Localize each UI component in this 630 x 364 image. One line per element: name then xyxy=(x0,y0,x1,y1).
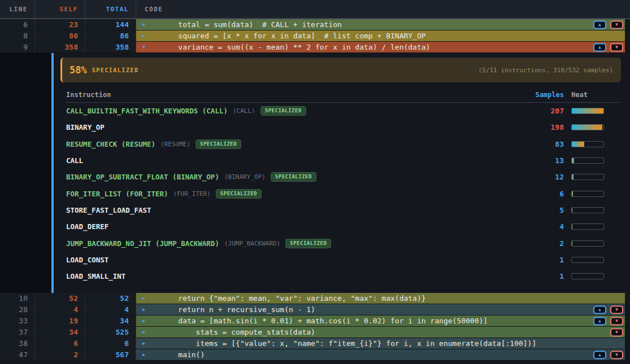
line-number: 10 xyxy=(0,293,35,304)
samples-value: 6 xyxy=(524,190,564,198)
instruction-row: RESUME_CHECK (RESUME) (RESUME) SPECIALIZ… xyxy=(66,136,621,152)
instruction-name: LOAD_SMALL_INT xyxy=(66,272,125,280)
code-row-line-10[interactable]: 10 52 52 ▶ return {"mean": mean, "var": … xyxy=(0,293,630,304)
jump-up-button[interactable]: ▲ xyxy=(593,317,606,325)
code-row-line-33[interactable]: 33 19 34 ▶ data = [math.sin(i * 0.01) + … xyxy=(0,315,630,327)
instruction-name: FOR_ITER_LIST (FOR_ITER) xyxy=(66,190,168,198)
instruction-row: LOAD_DEREF 4 xyxy=(66,218,621,235)
instruction-name: JUMP_BACKWARD_NO_JIT (JUMP_BACKWARD) xyxy=(66,239,219,248)
collapse-toggle-icon[interactable]: ▼ xyxy=(142,45,148,50)
code-text: return {"mean": mean, "var": variance, "… xyxy=(160,294,426,302)
code-cell[interactable]: ▼ variance = sum((x - mean) ** 2 for x i… xyxy=(136,42,625,52)
total-samples: 4 xyxy=(85,304,136,315)
line-number: 8 xyxy=(0,30,35,41)
jump-down-button[interactable]: ▼ xyxy=(610,328,623,336)
instruction-name: RESUME_CHECK (RESUME) xyxy=(66,140,155,148)
code-cell[interactable]: ▶ squared = [x * x for x in data] # list… xyxy=(136,30,625,41)
total-samples: 358 xyxy=(85,42,136,52)
expand-toggle-icon[interactable]: ▶ xyxy=(142,34,148,38)
instruction-row: STORE_FAST_LOAD_FAST 5 xyxy=(66,202,621,218)
code-row-line-47[interactable]: 47 2 567 ▶ main() ▲ ▼ xyxy=(0,349,630,361)
samples-value: 198 xyxy=(524,123,564,131)
jump-up-button[interactable]: ▲ xyxy=(593,43,606,51)
total-samples: 567 xyxy=(85,349,136,360)
jump-down-button[interactable]: ▼ xyxy=(610,317,623,325)
samples-value: 5 xyxy=(524,206,564,214)
line-number: 47 xyxy=(0,349,35,360)
specialized-percent: 58% xyxy=(69,64,87,76)
nav-buttons: ▲ ▼ xyxy=(593,317,623,325)
code-cell[interactable]: ▶ return {"mean": mean, "var": variance,… xyxy=(136,293,625,304)
line-number: 6 xyxy=(0,19,35,30)
specialized-badge: SPECIALIZED xyxy=(260,106,306,116)
code-cell[interactable]: ▶ return n + recursive_sum(n - 1) ▲ ▼ xyxy=(136,304,625,315)
instruction-name: STORE_FAST_LOAD_FAST xyxy=(66,206,151,214)
instruction-row: FOR_ITER_LIST (FOR_ITER) (FOR_ITER) SPEC… xyxy=(66,185,621,201)
code-row-line-38[interactable]: 38 6 6 ▶ items = [{"value": x, "name": f… xyxy=(0,338,630,349)
code-text: items = [{"value": x, "name": f"item_{i}… xyxy=(160,339,536,348)
code-row-line-28[interactable]: 28 4 4 ▶ return n + recursive_sum(n - 1)… xyxy=(0,304,630,315)
code-cell[interactable]: ▶ items = [{"value": x, "name": f"item_{… xyxy=(136,338,625,349)
total-samples: 52 xyxy=(85,293,136,304)
expand-toggle-icon[interactable]: ▶ xyxy=(142,341,148,346)
code-cell[interactable]: ▶ stats = compute_stats(data) ▲ ▼ xyxy=(136,327,625,337)
expand-toggle-icon[interactable]: ▶ xyxy=(142,296,148,301)
expand-toggle-icon[interactable]: ▶ xyxy=(142,319,148,323)
total-samples: 34 xyxy=(85,315,136,326)
header-heat: Heat xyxy=(571,91,621,99)
instruction-name: LOAD_DEREF xyxy=(66,222,108,231)
line-number: 9 xyxy=(0,42,35,52)
code-text: squared = [x * x for x in data] # list c… xyxy=(160,32,426,40)
heat-cell xyxy=(571,223,621,230)
heat-cell xyxy=(571,157,621,164)
samples-value: 1 xyxy=(524,256,564,264)
code-row-line-8[interactable]: 8 86 86 ▶ squared = [x * x for x in data… xyxy=(0,30,630,42)
total-samples: 6 xyxy=(85,338,136,349)
code-cell[interactable]: ▶ main() ▲ ▼ xyxy=(136,349,625,360)
jump-down-button[interactable]: ▼ xyxy=(610,350,623,359)
heat-fill xyxy=(572,125,602,130)
expand-toggle-icon[interactable]: ▶ xyxy=(142,330,148,335)
expand-toggle-icon[interactable]: ▶ xyxy=(142,23,148,27)
expand-toggle-icon[interactable]: ▶ xyxy=(142,353,148,357)
line-number: 38 xyxy=(0,338,35,349)
heat-fill xyxy=(572,208,572,213)
jump-down-button[interactable]: ▼ xyxy=(610,305,623,314)
jump-up-button[interactable]: ▲ xyxy=(593,350,606,359)
instruction-row: BINARY_OP_SUBTRACT_FLOAT (BINARY_OP) (BI… xyxy=(66,169,621,185)
instruction-row: CALL 13 xyxy=(66,152,621,169)
self-samples: 2 xyxy=(35,349,85,360)
code-cell[interactable]: ▶ total = sum(data) # CALL + iteration ▲… xyxy=(136,19,625,30)
samples-value: 207 xyxy=(524,107,564,115)
total-samples: 86 xyxy=(85,30,136,41)
specialized-label: SPECIALIZED xyxy=(92,67,139,73)
instruction-table-header: Instruction Samples Heat xyxy=(66,91,621,103)
samples-value: 2 xyxy=(524,239,564,248)
instruction-cell: CALL_BUILTIN_FAST_WITH_KEYWORDS (CALL) (… xyxy=(66,106,524,116)
specialized-badge: SPECIALIZED xyxy=(216,189,262,199)
self-samples: 86 xyxy=(35,30,85,41)
instruction-cell: FOR_ITER_LIST (FOR_ITER) (FOR_ITER) SPEC… xyxy=(66,189,524,199)
code-row-line-9[interactable]: 9 358 358 ▼ variance = sum((x - mean) **… xyxy=(0,42,630,53)
heat-bar xyxy=(571,191,604,197)
instruction-name: LOAD_CONST xyxy=(66,256,108,264)
jump-up-button[interactable]: ▲ xyxy=(593,305,606,314)
instruction-row: JUMP_BACKWARD_NO_JIT (JUMP_BACKWARD) (JU… xyxy=(66,235,621,251)
instruction-cell: RESUME_CHECK (RESUME) (RESUME) SPECIALIZ… xyxy=(66,139,524,149)
nav-buttons: ▲ ▼ xyxy=(593,305,623,314)
instruction-cell: BINARY_OP_SUBTRACT_FLOAT (BINARY_OP) (BI… xyxy=(66,172,524,182)
code-row-line-37[interactable]: 37 34 525 ▶ stats = compute_stats(data) … xyxy=(0,327,630,338)
specialized-badge: SPECIALIZED xyxy=(195,139,241,149)
code-cell[interactable]: ▶ data = [math.sin(i * 0.01) + math.cos(… xyxy=(136,315,625,326)
base-opcode-label: (FOR_ITER) xyxy=(173,190,211,198)
expand-toggle-icon[interactable]: ▶ xyxy=(142,308,148,312)
expanded-content: 58% SPECIALIZED (5/11 instructions, 310/… xyxy=(54,53,630,293)
heat-bar xyxy=(571,207,604,213)
instruction-row: LOAD_SMALL_INT 1 xyxy=(66,268,621,284)
jump-down-button[interactable]: ▼ xyxy=(610,43,623,51)
code-row-line-6[interactable]: 6 23 144 ▶ total = sum(data) # CALL + it… xyxy=(0,19,630,30)
jump-down-button[interactable]: ▼ xyxy=(610,20,623,29)
jump-up-button[interactable]: ▲ xyxy=(593,20,606,29)
instruction-cell: JUMP_BACKWARD_NO_JIT (JUMP_BACKWARD) (JU… xyxy=(66,239,524,248)
instruction-cell: CALL xyxy=(66,156,524,165)
